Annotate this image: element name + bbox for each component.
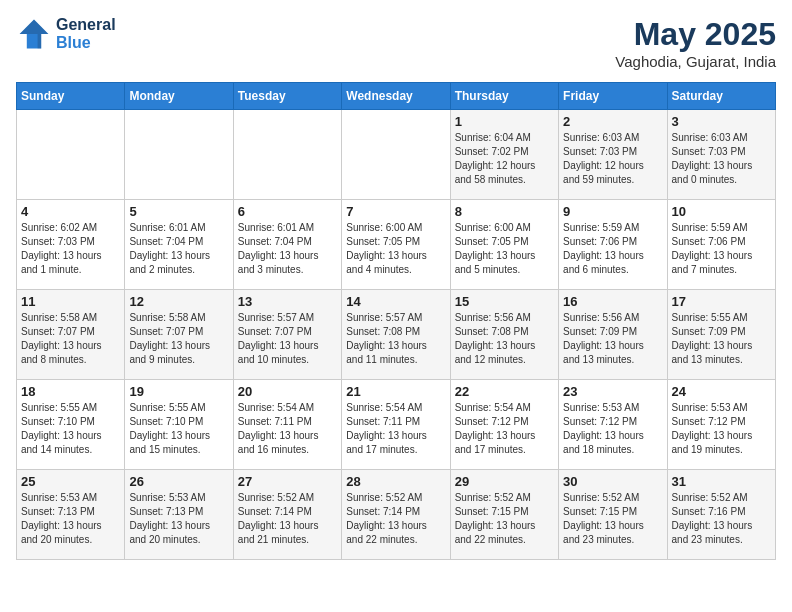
calendar-table: Sunday Monday Tuesday Wednesday Thursday… (16, 82, 776, 560)
day-detail: Sunrise: 5:52 AMSunset: 7:15 PMDaylight:… (455, 491, 554, 547)
day-detail: Sunrise: 5:52 AMSunset: 7:14 PMDaylight:… (238, 491, 337, 547)
day-detail: Sunrise: 5:59 AMSunset: 7:06 PMDaylight:… (672, 221, 771, 277)
day-number: 31 (672, 474, 771, 489)
day-number: 24 (672, 384, 771, 399)
calendar-cell: 6Sunrise: 6:01 AMSunset: 7:04 PMDaylight… (233, 200, 341, 290)
calendar-cell: 17Sunrise: 5:55 AMSunset: 7:09 PMDayligh… (667, 290, 775, 380)
calendar-cell: 24Sunrise: 5:53 AMSunset: 7:12 PMDayligh… (667, 380, 775, 470)
day-number: 8 (455, 204, 554, 219)
calendar-cell (342, 110, 450, 200)
calendar-week-3: 11Sunrise: 5:58 AMSunset: 7:07 PMDayligh… (17, 290, 776, 380)
day-number: 10 (672, 204, 771, 219)
day-detail: Sunrise: 5:56 AMSunset: 7:09 PMDaylight:… (563, 311, 662, 367)
calendar-week-4: 18Sunrise: 5:55 AMSunset: 7:10 PMDayligh… (17, 380, 776, 470)
day-number: 4 (21, 204, 120, 219)
day-number: 17 (672, 294, 771, 309)
day-number: 29 (455, 474, 554, 489)
day-detail: Sunrise: 5:58 AMSunset: 7:07 PMDaylight:… (129, 311, 228, 367)
calendar-cell (17, 110, 125, 200)
calendar-cell: 15Sunrise: 5:56 AMSunset: 7:08 PMDayligh… (450, 290, 558, 380)
day-detail: Sunrise: 5:55 AMSunset: 7:10 PMDaylight:… (129, 401, 228, 457)
calendar-cell: 27Sunrise: 5:52 AMSunset: 7:14 PMDayligh… (233, 470, 341, 560)
day-detail: Sunrise: 5:58 AMSunset: 7:07 PMDaylight:… (21, 311, 120, 367)
calendar-cell: 11Sunrise: 5:58 AMSunset: 7:07 PMDayligh… (17, 290, 125, 380)
day-number: 16 (563, 294, 662, 309)
calendar-cell (125, 110, 233, 200)
day-number: 13 (238, 294, 337, 309)
day-detail: Sunrise: 5:53 AMSunset: 7:13 PMDaylight:… (21, 491, 120, 547)
logo: General Blue (16, 16, 116, 52)
calendar-cell: 26Sunrise: 5:53 AMSunset: 7:13 PMDayligh… (125, 470, 233, 560)
day-number: 20 (238, 384, 337, 399)
calendar-cell: 21Sunrise: 5:54 AMSunset: 7:11 PMDayligh… (342, 380, 450, 470)
calendar-week-1: 1Sunrise: 6:04 AMSunset: 7:02 PMDaylight… (17, 110, 776, 200)
calendar-cell: 10Sunrise: 5:59 AMSunset: 7:06 PMDayligh… (667, 200, 775, 290)
day-number: 9 (563, 204, 662, 219)
day-detail: Sunrise: 6:03 AMSunset: 7:03 PMDaylight:… (563, 131, 662, 187)
day-number: 3 (672, 114, 771, 129)
col-tuesday: Tuesday (233, 83, 341, 110)
day-detail: Sunrise: 6:03 AMSunset: 7:03 PMDaylight:… (672, 131, 771, 187)
calendar-cell: 30Sunrise: 5:52 AMSunset: 7:15 PMDayligh… (559, 470, 667, 560)
day-detail: Sunrise: 5:57 AMSunset: 7:07 PMDaylight:… (238, 311, 337, 367)
logo-text: General Blue (56, 16, 116, 52)
day-detail: Sunrise: 5:53 AMSunset: 7:13 PMDaylight:… (129, 491, 228, 547)
day-detail: Sunrise: 5:55 AMSunset: 7:10 PMDaylight:… (21, 401, 120, 457)
day-detail: Sunrise: 5:53 AMSunset: 7:12 PMDaylight:… (563, 401, 662, 457)
day-detail: Sunrise: 6:04 AMSunset: 7:02 PMDaylight:… (455, 131, 554, 187)
col-sunday: Sunday (17, 83, 125, 110)
calendar-cell: 29Sunrise: 5:52 AMSunset: 7:15 PMDayligh… (450, 470, 558, 560)
day-number: 5 (129, 204, 228, 219)
day-detail: Sunrise: 5:55 AMSunset: 7:09 PMDaylight:… (672, 311, 771, 367)
calendar-cell: 8Sunrise: 6:00 AMSunset: 7:05 PMDaylight… (450, 200, 558, 290)
day-detail: Sunrise: 5:54 AMSunset: 7:11 PMDaylight:… (238, 401, 337, 457)
day-detail: Sunrise: 6:01 AMSunset: 7:04 PMDaylight:… (238, 221, 337, 277)
day-number: 14 (346, 294, 445, 309)
calendar-header-row: Sunday Monday Tuesday Wednesday Thursday… (17, 83, 776, 110)
calendar-cell: 22Sunrise: 5:54 AMSunset: 7:12 PMDayligh… (450, 380, 558, 470)
calendar-cell: 13Sunrise: 5:57 AMSunset: 7:07 PMDayligh… (233, 290, 341, 380)
calendar-cell: 3Sunrise: 6:03 AMSunset: 7:03 PMDaylight… (667, 110, 775, 200)
day-number: 26 (129, 474, 228, 489)
calendar-cell: 19Sunrise: 5:55 AMSunset: 7:10 PMDayligh… (125, 380, 233, 470)
calendar-cell: 23Sunrise: 5:53 AMSunset: 7:12 PMDayligh… (559, 380, 667, 470)
calendar-cell: 18Sunrise: 5:55 AMSunset: 7:10 PMDayligh… (17, 380, 125, 470)
calendar-cell: 7Sunrise: 6:00 AMSunset: 7:05 PMDaylight… (342, 200, 450, 290)
day-number: 28 (346, 474, 445, 489)
day-detail: Sunrise: 5:56 AMSunset: 7:08 PMDaylight:… (455, 311, 554, 367)
day-detail: Sunrise: 5:59 AMSunset: 7:06 PMDaylight:… (563, 221, 662, 277)
day-number: 22 (455, 384, 554, 399)
calendar-cell: 2Sunrise: 6:03 AMSunset: 7:03 PMDaylight… (559, 110, 667, 200)
calendar-cell: 14Sunrise: 5:57 AMSunset: 7:08 PMDayligh… (342, 290, 450, 380)
calendar-cell: 28Sunrise: 5:52 AMSunset: 7:14 PMDayligh… (342, 470, 450, 560)
calendar-cell: 20Sunrise: 5:54 AMSunset: 7:11 PMDayligh… (233, 380, 341, 470)
calendar-cell: 5Sunrise: 6:01 AMSunset: 7:04 PMDaylight… (125, 200, 233, 290)
calendar-cell: 4Sunrise: 6:02 AMSunset: 7:03 PMDaylight… (17, 200, 125, 290)
day-detail: Sunrise: 5:52 AMSunset: 7:15 PMDaylight:… (563, 491, 662, 547)
col-friday: Friday (559, 83, 667, 110)
calendar-cell: 31Sunrise: 5:52 AMSunset: 7:16 PMDayligh… (667, 470, 775, 560)
day-detail: Sunrise: 5:52 AMSunset: 7:16 PMDaylight:… (672, 491, 771, 547)
calendar-week-5: 25Sunrise: 5:53 AMSunset: 7:13 PMDayligh… (17, 470, 776, 560)
col-thursday: Thursday (450, 83, 558, 110)
calendar-cell: 1Sunrise: 6:04 AMSunset: 7:02 PMDaylight… (450, 110, 558, 200)
page-header: General Blue May 2025 Vaghodia, Gujarat,… (16, 16, 776, 70)
day-detail: Sunrise: 6:02 AMSunset: 7:03 PMDaylight:… (21, 221, 120, 277)
calendar-week-2: 4Sunrise: 6:02 AMSunset: 7:03 PMDaylight… (17, 200, 776, 290)
day-detail: Sunrise: 5:54 AMSunset: 7:12 PMDaylight:… (455, 401, 554, 457)
col-monday: Monday (125, 83, 233, 110)
calendar-cell: 25Sunrise: 5:53 AMSunset: 7:13 PMDayligh… (17, 470, 125, 560)
day-number: 19 (129, 384, 228, 399)
day-detail: Sunrise: 5:53 AMSunset: 7:12 PMDaylight:… (672, 401, 771, 457)
day-number: 12 (129, 294, 228, 309)
title-area: May 2025 Vaghodia, Gujarat, India (615, 16, 776, 70)
day-detail: Sunrise: 5:54 AMSunset: 7:11 PMDaylight:… (346, 401, 445, 457)
day-number: 2 (563, 114, 662, 129)
calendar-cell: 9Sunrise: 5:59 AMSunset: 7:06 PMDaylight… (559, 200, 667, 290)
day-number: 18 (21, 384, 120, 399)
day-number: 30 (563, 474, 662, 489)
day-detail: Sunrise: 6:00 AMSunset: 7:05 PMDaylight:… (455, 221, 554, 277)
calendar-cell: 16Sunrise: 5:56 AMSunset: 7:09 PMDayligh… (559, 290, 667, 380)
day-number: 1 (455, 114, 554, 129)
day-number: 23 (563, 384, 662, 399)
